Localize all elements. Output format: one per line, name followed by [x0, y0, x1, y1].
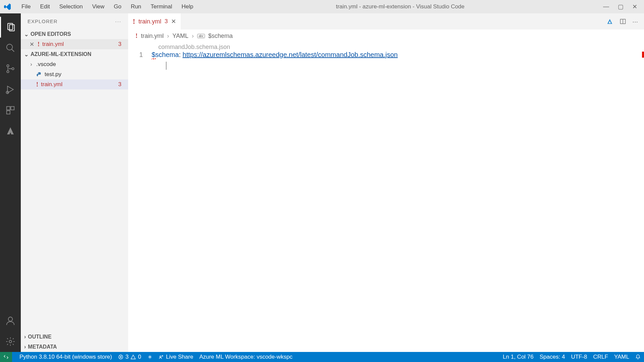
close-icon[interactable]: ✕: [29, 41, 35, 48]
python-file-icon: [36, 72, 42, 77]
svg-point-13: [38, 72, 39, 73]
metadata-section[interactable]: › METADATA: [21, 342, 128, 352]
menu-view[interactable]: View: [88, 2, 109, 11]
menu-run[interactable]: Run: [127, 2, 145, 11]
workspace-section[interactable]: ⌄ AZURE-ML-EXTENSION: [21, 49, 128, 59]
yaml-file-icon: !: [136, 33, 138, 40]
yaml-file-icon: !: [36, 81, 38, 88]
text-cursor: [166, 62, 166, 70]
file-train-yml[interactable]: ! train.yml 3: [21, 79, 128, 89]
activity-account-icon[interactable]: [0, 310, 21, 331]
file-name: test.py: [45, 71, 61, 78]
more-actions-icon[interactable]: ···: [632, 18, 638, 25]
activity-run-debug-icon[interactable]: [0, 79, 21, 100]
open-editor-train-yml[interactable]: ✕ ! train.yml 3: [21, 39, 128, 49]
file-name: train.yml: [41, 81, 62, 88]
status-notifications-icon[interactable]: [635, 354, 641, 360]
breadcrumb-file[interactable]: train.yml: [141, 33, 164, 40]
menu-go[interactable]: Go: [110, 2, 125, 11]
split-editor-icon[interactable]: [620, 18, 626, 25]
activity-explorer-icon[interactable]: [0, 17, 21, 38]
breadcrumb-lang[interactable]: YAML: [172, 33, 189, 40]
status-liveshare[interactable]: Live Share: [159, 354, 193, 360]
svg-point-20: [160, 356, 161, 357]
chevron-right-icon: ›: [24, 334, 26, 340]
outline-section[interactable]: › OUTLINE: [21, 332, 128, 342]
menu-file[interactable]: File: [17, 2, 35, 11]
status-encoding[interactable]: UTF-8: [571, 354, 587, 360]
tab-bar: ! train.yml 3 ✕ ···: [128, 13, 644, 29]
folder-name: .vscode: [36, 61, 56, 68]
yaml-colon: :: [179, 51, 181, 58]
close-window-button[interactable]: ✕: [632, 3, 637, 10]
status-ports[interactable]: [147, 354, 153, 360]
sidebar-title: EXPLORER: [28, 18, 58, 24]
line-number: 1: [128, 51, 152, 59]
yaml-file-icon: !: [38, 41, 40, 48]
chevron-right-icon: ›: [24, 344, 26, 350]
status-bar: Python 3.8.10 64-bit (windows store) 3 0…: [0, 352, 644, 362]
activity-bar: [0, 13, 21, 352]
menu-selection[interactable]: Selection: [55, 2, 87, 11]
error-badge: 3: [118, 41, 121, 48]
chevron-down-icon: ⌄: [24, 51, 29, 58]
explorer-sidebar: EXPLORER ··· ⌄ OPEN EDITORS ✕ ! train.ym…: [21, 13, 128, 352]
activity-search-icon[interactable]: [0, 38, 21, 58]
svg-point-2: [7, 44, 13, 50]
window-title: train.yml - azure-ml-extension - Visual …: [197, 3, 603, 10]
main-menu: File Edit Selection View Go Run Terminal…: [17, 2, 197, 11]
svg-rect-9: [11, 107, 14, 110]
svg-rect-8: [7, 107, 10, 110]
tab-close-icon[interactable]: ✕: [171, 18, 176, 25]
status-indentation[interactable]: Spaces: 4: [540, 354, 565, 360]
activity-extensions-icon[interactable]: [0, 100, 21, 121]
overview-ruler-error[interactable]: [642, 52, 644, 58]
code-line-1[interactable]: 1 $schema: https://azuremlschemas.azuree…: [128, 42, 644, 59]
svg-point-4: [7, 65, 9, 67]
menu-edit[interactable]: Edit: [36, 2, 54, 11]
svg-line-3: [12, 49, 14, 52]
chevron-right-icon: ›: [167, 33, 169, 40]
yaml-file-icon: !: [133, 18, 135, 25]
folder-vscode[interactable]: › .vscode: [21, 59, 128, 69]
chevron-right-icon: ›: [192, 33, 194, 40]
sidebar-header: EXPLORER ···: [21, 13, 128, 29]
maximize-button[interactable]: ▢: [618, 3, 624, 10]
svg-point-6: [12, 68, 14, 70]
file-test-py[interactable]: test.py: [21, 69, 128, 79]
svg-point-21: [162, 355, 163, 356]
file-name: train.yml: [42, 41, 64, 48]
yaml-value-url[interactable]: https://azuremlschemas.azureedge.net/lat…: [182, 51, 397, 58]
tab-error-badge: 3: [165, 18, 168, 25]
activity-azure-icon[interactable]: [0, 121, 21, 141]
activity-settings-icon[interactable]: [0, 331, 21, 352]
svg-rect-10: [7, 111, 10, 114]
remote-indicator[interactable]: [0, 352, 12, 362]
chevron-right-icon: ›: [29, 61, 34, 68]
svg-point-12: [9, 340, 12, 343]
yaml-key: $schema: [152, 51, 179, 58]
menu-terminal[interactable]: Terminal: [147, 2, 176, 11]
open-editors-section[interactable]: ⌄ OPEN EDITORS: [21, 29, 128, 39]
status-language[interactable]: YAML: [614, 354, 629, 360]
status-problems[interactable]: 3 0: [118, 354, 141, 360]
svg-point-19: [150, 357, 151, 358]
activity-source-control-icon[interactable]: [0, 58, 21, 79]
sidebar-more-icon[interactable]: ···: [115, 18, 121, 24]
menu-help[interactable]: Help: [177, 2, 197, 11]
status-cursor-position[interactable]: Ln 1, Col 76: [503, 354, 534, 360]
minimize-button[interactable]: —: [603, 3, 609, 10]
status-azure-workspace[interactable]: Azure ML Workspace: vscode-wkspc: [199, 354, 292, 360]
title-bar: File Edit Selection View Go Run Terminal…: [0, 0, 644, 13]
status-python[interactable]: Python 3.8.10 64-bit (windows store): [19, 354, 112, 360]
breadcrumb[interactable]: ! train.yml › YAML › abc $schema: [128, 29, 644, 42]
code-editor[interactable]: commandJob.schema.json 1 $schema: https:…: [128, 42, 644, 352]
tab-train-yml[interactable]: ! train.yml 3 ✕: [128, 13, 181, 29]
symbol-string-icon: abc: [197, 34, 205, 38]
breadcrumb-symbol[interactable]: $schema: [208, 33, 233, 40]
tab-label: train.yml: [139, 18, 161, 25]
svg-point-11: [8, 317, 13, 321]
status-eol[interactable]: CRLF: [593, 354, 608, 360]
azure-ml-icon[interactable]: [606, 18, 613, 25]
editor-actions: ···: [606, 13, 644, 29]
